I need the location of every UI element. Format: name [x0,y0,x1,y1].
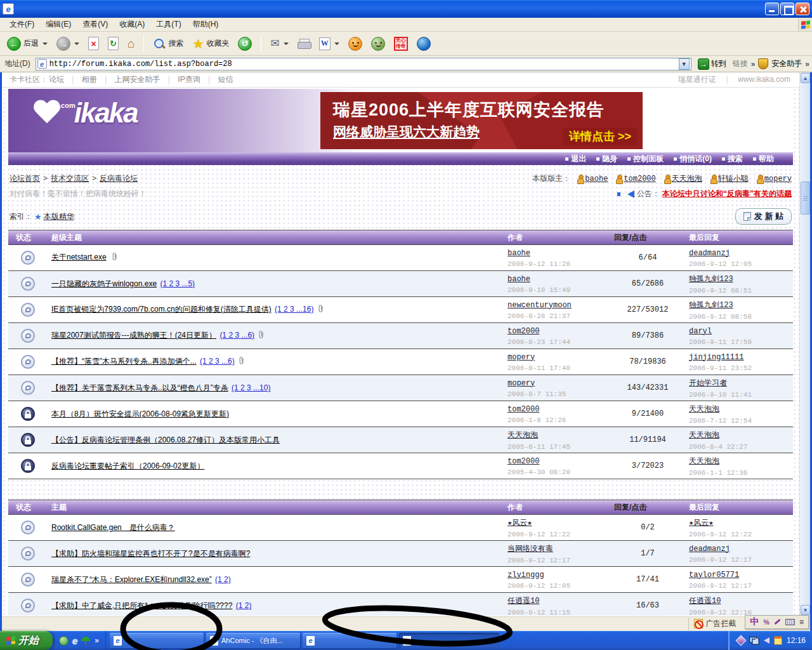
rising-tray-icon[interactable] [735,635,746,646]
plugin-button[interactable] [368,36,388,52]
topic-title-link[interactable]: Rootkit.CallGate.gen 是什么病毒？ [51,523,175,532]
back-button[interactable]: ← 后退 [4,36,51,52]
links-label[interactable]: 链接 [733,58,748,69]
last-reply-author-link[interactable]: 独孤九剑123 [689,301,733,310]
topic-title-link[interactable]: 反病毒论坛重要帖子索引（2006-09-02更新） [51,461,204,470]
topic-page-links[interactable]: (1 2 3 ...10) [232,383,270,392]
refresh-button[interactable]: ↻ [105,36,122,51]
address-input[interactable]: e http://forum.ikaka.com/list.asp?board=… [36,58,691,70]
volume-tray-icon[interactable] [764,637,769,644]
author-link[interactable]: tom2000 [508,405,539,414]
start-button[interactable]: 开始 [0,631,53,650]
topic-page-links[interactable]: (1 2 3 ...5) [160,279,195,288]
nav-item-1[interactable]: 隐身 [596,154,617,164]
history-button[interactable]: ↺ [235,36,255,52]
go-button[interactable]: → 转到 [695,58,730,70]
assistant-chevron-icon[interactable]: » [805,60,809,69]
menu-item-2[interactable]: 查看(V) [77,18,114,30]
taskbar-clock[interactable]: 12:16 [787,636,806,645]
topbar-link-0[interactable]: 论坛 [49,75,64,84]
close-button[interactable] [796,3,809,15]
ikaka-logo[interactable]: .com ikaka [32,99,138,126]
rising-ad-banner[interactable]: 瑞星2006上半年度互联网安全报告 网络威胁呈现六大新趋势 详情点击 >> [320,92,643,149]
nav-item-5[interactable]: 帮助 [753,154,774,164]
topic-title-link[interactable]: 【公告】反病毒论坛管理条例（2006.08.27修订）及本版常用小工具 [51,435,280,444]
ime-keyboard-icon[interactable] [785,619,795,625]
home-button[interactable]: ⌂ [124,36,138,51]
author-link[interactable]: mopery [508,379,535,388]
stop-button[interactable]: × [85,36,102,51]
language-bar[interactable]: 中 % ≡ [745,615,809,629]
search-button[interactable]: 搜索 [150,36,187,51]
last-reply-author-link[interactable]: deadmanzj [689,545,730,554]
last-reply-author-link[interactable]: 天天泡泡 [689,431,719,440]
menu-item-1[interactable]: 编辑(E) [40,18,77,30]
forward-button[interactable]: → [53,36,82,52]
last-reply-author-link[interactable]: taylor05771 [689,571,739,580]
messenger-quicklaunch-icon[interactable] [59,636,69,646]
menu-item-4[interactable]: 工具(T) [150,18,187,30]
topbar-link-4[interactable]: 短信 [218,75,233,84]
calendar-tray-icon[interactable] [774,636,782,645]
security-assistant-label[interactable]: 安全助手 [771,58,802,69]
topbar-link-3[interactable]: IP查询 [178,75,200,84]
last-reply-author-link[interactable]: 任逍遥10 [689,597,721,606]
ie-quicklaunch-icon[interactable]: e [72,635,77,646]
board-essence-link[interactable]: 本版精华 [44,211,74,222]
breadcrumb-link-1[interactable]: 技术交流区 [51,174,89,183]
author-link[interactable]: 当网络没有毒 [508,545,553,554]
edit-with-word-button[interactable]: W [316,36,343,51]
moderator-link-0[interactable]: baohe [585,175,608,183]
author-link[interactable]: tom2000 [508,327,539,336]
menu-item-5[interactable]: 帮助(H) [187,18,225,30]
favorites-button[interactable]: ★ 收藏夹 [189,36,232,51]
ime-menu-icon[interactable]: ≡ [799,618,804,627]
nav-item-0[interactable]: 退出 [565,154,586,164]
topic-page-links[interactable]: (1 2 3 ...6) [219,331,254,340]
topic-title-link[interactable]: 【求助】防火墙和瑞星监控再也打不开了?是不是有病毒啊? [51,549,250,558]
ime-symbol-icon[interactable]: % [763,618,769,626]
author-link[interactable]: 天天泡泡 [508,431,538,440]
topic-title-link[interactable]: 本月（8月）斑竹安全提示(2006-08-09紧急更新更新) [51,409,229,418]
taskbar-window-button-0[interactable]: e [110,633,204,648]
ime-pen-icon[interactable] [774,619,780,625]
vertical-scrollbar[interactable]: ▲ ▼ [799,72,810,616]
scroll-up-arrow[interactable]: ▲ [801,73,810,83]
last-reply-author-link[interactable]: deadmanzj [689,249,730,258]
taskbar-window-button-1[interactable]: eAhComic - 《自由... [206,633,300,648]
new-post-button[interactable]: 发 新 贴 [735,208,792,225]
minimize-button[interactable] [765,3,779,15]
topic-title-link[interactable]: 瑞星杀不了“木马：Explorer.EXE和rundll32.exe” [51,575,212,584]
print-button[interactable] [294,37,313,50]
topic-title-link[interactable]: IE首页被锁定为7939.com/7b.com.cn的问题和修复(清除工具提供) [51,305,272,314]
ad-cta-button[interactable]: 详情点击 >> [563,128,638,145]
topic-title-link[interactable]: 【求助】中了威金,只把所有*.exe的文件删除行吗???? [51,601,232,610]
moderator-link-4[interactable]: mopery [764,175,792,183]
adblock-status[interactable]: 广告拦截 [688,618,741,630]
author-link[interactable]: tom2000 [508,457,539,466]
topic-page-links[interactable]: (1 2 3 ...6) [200,357,235,366]
taskbar-window-button-2[interactable]: e [303,633,396,648]
nav-item-2[interactable]: 控制面板 [627,154,664,164]
topic-title-link[interactable]: 【推荐】关于落雪系列木马专杀..以及“橙色八月”专杀 [51,383,228,392]
breadcrumb-link-0[interactable]: 论坛首页 [10,174,40,183]
mail-dropdown-icon[interactable] [284,43,289,45]
topic-page-links[interactable]: (1 2) [236,601,252,610]
author-link[interactable]: 任逍遥10 [508,597,539,606]
last-reply-author-link[interactable]: jinjing11111 [689,353,743,362]
globe-button[interactable] [414,36,434,52]
topic-title-link[interactable]: 瑞星2007测试简报告---成熟的狮王！(24日更新） [51,331,216,340]
maximize-button[interactable] [780,3,794,15]
scroll-down-arrow[interactable]: ▼ [801,605,810,615]
address-dropdown-button[interactable]: ▼ [679,58,690,70]
rising-umbrella-icon[interactable] [81,636,91,646]
mail-button[interactable]: ✉ [267,37,291,50]
moderator-link-1[interactable]: tom2000 [624,175,655,183]
last-reply-author-link[interactable]: 开始学习者 [689,379,727,388]
rising-passport-link[interactable]: 瑞星通行证 [678,75,716,84]
author-link[interactable]: ★风云★ [508,519,532,527]
author-link[interactable]: baohe [508,275,530,284]
ime-chinese-icon[interactable]: 中 [750,616,759,628]
menu-item-3[interactable]: 收藏(A) [114,18,150,30]
word-dropdown-icon[interactable] [334,43,339,45]
